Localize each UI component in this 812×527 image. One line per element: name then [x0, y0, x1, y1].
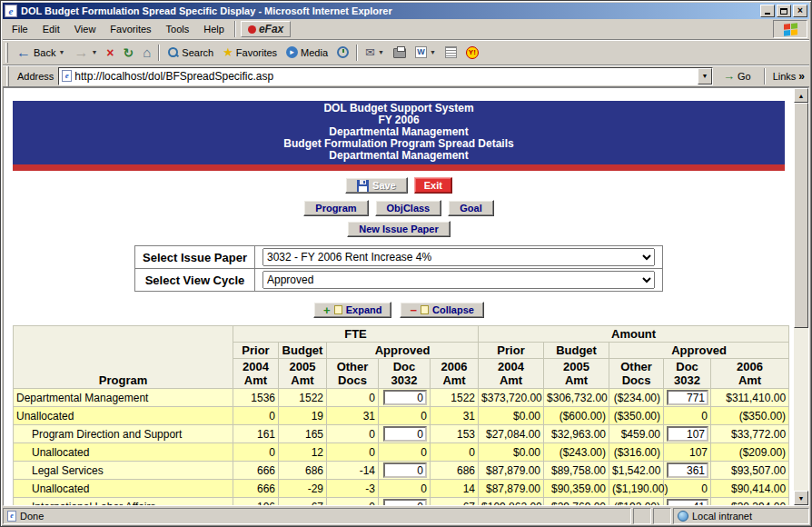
- fte-doc-3032-input[interactable]: [383, 499, 427, 505]
- fte-prior-2004-cell: 106: [233, 498, 279, 506]
- scrollbar-thumb[interactable]: [794, 103, 808, 328]
- fte-budget-2005-cell: 1522: [279, 389, 327, 407]
- fte-doc-3032-input[interactable]: [383, 390, 427, 405]
- print-button[interactable]: [389, 45, 411, 60]
- address-input[interactable]: [74, 69, 695, 84]
- menu-file[interactable]: File: [5, 21, 35, 37]
- back-button[interactable]: ← Back ▼: [12, 45, 69, 61]
- amount-doc-3032-cell: [664, 425, 711, 443]
- fte-doc-3032-cell: [379, 498, 431, 506]
- mail-button[interactable]: ✉ ▼: [361, 45, 389, 60]
- close-button[interactable]: ×: [793, 5, 807, 17]
- amount-2006-amt-cell: ($350.00): [711, 407, 789, 425]
- fte-2004-amt-header: 2004Amt: [233, 359, 279, 389]
- amount-prior-2004-cell: $87,879.00: [479, 462, 544, 480]
- objclass-button[interactable]: ObjClass: [375, 200, 442, 216]
- menu-tools[interactable]: Tools: [159, 21, 197, 37]
- table-row: Departmental Management1536152201522$373…: [14, 389, 789, 407]
- minimize-button[interactable]: [760, 5, 775, 17]
- address-bar: Address e ▼ → Go Links »: [3, 65, 809, 87]
- go-icon: →: [723, 69, 735, 83]
- links-chevron-icon[interactable]: »: [798, 70, 805, 83]
- expand-icon: +: [323, 303, 331, 317]
- amount-doc-3032-input[interactable]: [667, 390, 708, 405]
- address-dropdown-button[interactable]: ▼: [698, 68, 712, 85]
- media-button[interactable]: ▸ Media: [282, 45, 332, 60]
- stop-button[interactable]: ×: [102, 45, 118, 61]
- addressbar-grip[interactable]: [6, 66, 9, 86]
- spread-table-body: Departmental Management1536152201522$373…: [14, 389, 789, 506]
- menu-favorites[interactable]: Favorites: [103, 21, 158, 37]
- fte-doc-3032-input[interactable]: [383, 426, 427, 442]
- program-button[interactable]: Program: [303, 200, 368, 216]
- view-cycle-select[interactable]: Approved: [262, 271, 655, 289]
- fte-budget-2005-cell: 19: [279, 407, 327, 425]
- amount-doc-3032-input[interactable]: [667, 462, 708, 478]
- links-label: Links: [773, 71, 797, 82]
- refresh-icon: ↻: [124, 46, 134, 59]
- amount-doc-3032-input[interactable]: [667, 499, 708, 505]
- amount-group-header: Amount: [479, 326, 789, 343]
- amount-2006-amt-cell: $30,394.00: [711, 498, 789, 506]
- maximize-button[interactable]: [777, 5, 791, 17]
- ie-logo-icon: e: [5, 5, 17, 17]
- fte-doc-3032-cell: 0: [379, 480, 431, 498]
- fte-budget-header: Budget: [279, 343, 327, 359]
- fte-2006-amt-cell: 1522: [431, 389, 479, 407]
- forward-dropdown-icon[interactable]: ▼: [91, 49, 97, 55]
- amount-2004-amt-header: 2004Amt: [479, 359, 544, 389]
- goal-button[interactable]: Goal: [448, 200, 493, 216]
- links-bar[interactable]: Links »: [773, 70, 807, 83]
- view-cycle-label: Select View Cycle: [135, 269, 255, 292]
- collapse-button[interactable]: − Collapse: [400, 302, 483, 318]
- efax-button[interactable]: eFax: [241, 21, 291, 37]
- fte-doc-3032-cell: 0: [379, 443, 431, 462]
- mail-dropdown-icon[interactable]: ▼: [378, 49, 384, 55]
- edit-with-word-button[interactable]: W ▼: [411, 45, 441, 60]
- fte-doc-3032-input[interactable]: [383, 462, 427, 478]
- fte-doc-3032-cell: 0: [379, 407, 431, 425]
- program-name-cell: Unallocated: [14, 443, 233, 462]
- toolbar-grip[interactable]: [5, 43, 8, 63]
- scrollbar-track[interactable]: [794, 103, 808, 491]
- status-page-icon: e: [7, 511, 16, 522]
- go-button[interactable]: → Go: [718, 68, 757, 84]
- messenger-button[interactable]: Y!: [461, 45, 483, 61]
- discuss-button[interactable]: [441, 45, 461, 60]
- save-button[interactable]: Save: [345, 177, 408, 194]
- program-spread-table: Program FTE Amount Prior Budget Approved…: [13, 325, 789, 505]
- fte-other-docs-header: OtherDocs: [327, 359, 379, 389]
- history-button[interactable]: [332, 45, 353, 60]
- fte-2006-amt-cell: 0: [431, 443, 479, 462]
- amount-doc-3032-input[interactable]: [667, 426, 708, 442]
- collapse-icon: −: [410, 303, 417, 317]
- amount-doc-3032-cell: 0: [664, 480, 711, 498]
- refresh-button[interactable]: ↻: [119, 45, 139, 61]
- search-button[interactable]: Search: [163, 45, 218, 60]
- zone-label: Local intranet: [692, 511, 752, 522]
- amount-budget-2005-cell: $90,359.00: [544, 480, 609, 498]
- forward-button[interactable]: → ▼: [69, 45, 102, 61]
- issue-paper-select[interactable]: 3032 - FY 2006 Rent Increase 4%: [262, 248, 655, 266]
- mail-icon: ✉: [365, 46, 375, 58]
- exit-button[interactable]: Exit: [414, 177, 452, 194]
- amount-budget-2005-cell: ($600.00): [544, 407, 609, 425]
- menu-edit[interactable]: Edit: [35, 21, 67, 37]
- amount-doc-3032-cell: [664, 462, 711, 480]
- title-bar[interactable]: e DOL Budget Formulation Spread Specific…: [3, 3, 809, 19]
- favorites-button[interactable]: ★ Favorites: [218, 45, 282, 60]
- amount-other-docs-cell: $1,542.00: [609, 462, 664, 480]
- vertical-scrollbar[interactable]: ▲ ▼: [794, 88, 808, 505]
- menu-view[interactable]: View: [67, 21, 104, 37]
- edit-dropdown-icon[interactable]: ▼: [430, 49, 436, 55]
- scroll-down-button[interactable]: ▼: [794, 491, 808, 505]
- new-issue-paper-button[interactable]: New Issue Paper: [347, 221, 450, 237]
- header-red-stripe: [13, 164, 785, 171]
- home-button[interactable]: ⌂: [138, 45, 155, 61]
- amount-budget-2005-cell: ($243.00): [544, 443, 609, 462]
- expand-button[interactable]: + Expand: [313, 302, 391, 318]
- menu-help[interactable]: Help: [196, 21, 232, 37]
- throbber: [773, 20, 807, 38]
- back-dropdown-icon[interactable]: ▼: [58, 49, 64, 55]
- scroll-up-button[interactable]: ▲: [794, 88, 808, 103]
